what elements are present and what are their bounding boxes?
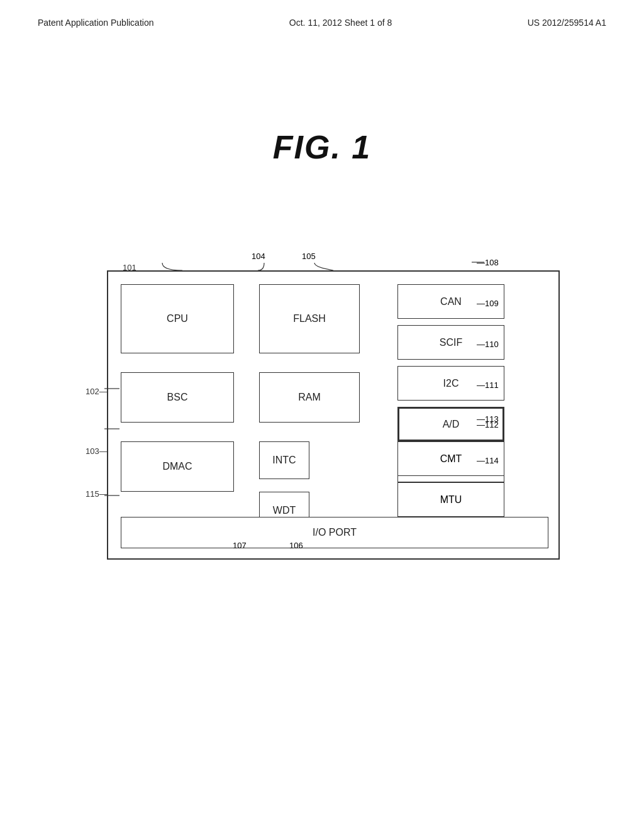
mtu-label: MTU xyxy=(440,494,462,506)
ref-114: —114 xyxy=(477,456,499,465)
ref-109: —109 xyxy=(477,299,499,308)
ref-107-text: 107 xyxy=(233,541,247,550)
header-left: Patent Application Publication xyxy=(38,18,153,28)
ref-108: —108 xyxy=(477,258,499,267)
header-right: US 2012/259514 A1 xyxy=(528,18,606,28)
wdt-label: WDT xyxy=(273,505,296,516)
dmac-label: DMAC xyxy=(162,461,192,472)
cmt-label: CMT xyxy=(440,453,462,465)
ref-111-text: 111 xyxy=(485,380,499,390)
ref-113: —113 xyxy=(477,414,499,424)
ioport-label: I/O PORT xyxy=(313,527,357,538)
ref-103-text: 103 xyxy=(86,446,99,456)
ref-115: 115— xyxy=(86,489,108,499)
bsc-block: BSC xyxy=(121,372,234,423)
ref-104: 104 xyxy=(252,252,265,261)
intc-label: INTC xyxy=(272,455,296,466)
ref-103: 103— xyxy=(86,446,108,456)
figure-title: FIG. 1 xyxy=(0,128,644,166)
ref-108-text: 108 xyxy=(485,258,499,267)
flash-label: FLASH xyxy=(293,313,326,324)
intc-block: INTC xyxy=(259,441,309,479)
ref-102-text: 102 xyxy=(86,387,99,396)
can-label: CAN xyxy=(440,296,462,307)
ref-106: 106 xyxy=(289,541,303,550)
ref-101-text: 101 xyxy=(123,263,136,272)
ad-label: A/D xyxy=(443,419,460,430)
ram-block: RAM xyxy=(259,372,360,423)
ref-105-text: 105 xyxy=(302,252,316,261)
ref-110: —110 xyxy=(477,340,499,349)
ref-110-text: 110 xyxy=(485,340,499,349)
ref-106-text: 106 xyxy=(289,541,303,550)
ram-label: RAM xyxy=(298,392,321,403)
dmac-block: DMAC xyxy=(121,441,234,492)
flash-block: FLASH xyxy=(259,284,360,353)
ref-101: 101 xyxy=(123,263,136,272)
ref-105: 105 xyxy=(302,252,316,261)
ref-104-text: 104 xyxy=(252,252,265,261)
ioport-block: I/O PORT xyxy=(121,517,548,548)
ref-111: —111 xyxy=(477,380,499,390)
diagram: CPU BSC DMAC FLASH RAM INTC WDT I/O PORT xyxy=(69,233,579,585)
ref-115-text: 115 xyxy=(86,489,99,499)
ref-114-text: 114 xyxy=(485,456,499,465)
mtu-block: MTU xyxy=(397,482,504,517)
bsc-label: BSC xyxy=(167,392,188,403)
ref-107: 107 xyxy=(233,541,247,550)
ref-109-text: 109 xyxy=(485,299,499,308)
page-header: Patent Application Publication Oct. 11, … xyxy=(0,0,644,28)
scif-label: SCIF xyxy=(440,337,462,348)
cpu-block: CPU xyxy=(121,284,234,353)
ref-102: 102— xyxy=(86,387,108,396)
cpu-label: CPU xyxy=(167,313,188,324)
ref-113-text: 113 xyxy=(485,414,499,424)
header-middle: Oct. 11, 2012 Sheet 1 of 8 xyxy=(289,18,392,28)
i2c-label: I2C xyxy=(443,378,459,389)
